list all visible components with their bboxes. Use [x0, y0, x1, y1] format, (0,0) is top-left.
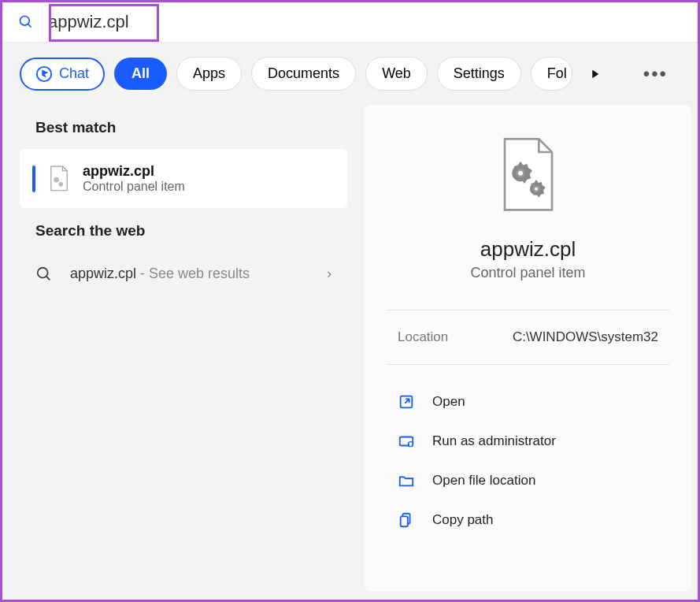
action-open-location-label: Open file location: [432, 473, 535, 489]
web-result-prefix: appwiz.cpl: [70, 266, 136, 281]
cpl-file-icon-large: [497, 136, 560, 215]
svg-line-6: [46, 276, 50, 280]
svg-point-3: [54, 177, 59, 182]
action-run-admin-label: Run as administrator: [432, 433, 556, 449]
filter-documents[interactable]: Documents: [251, 57, 356, 91]
filter-web[interactable]: Web: [365, 57, 428, 91]
action-copy-path-label: Copy path: [432, 512, 494, 528]
actions-list: Open Run as administrator Open file loca…: [387, 365, 669, 540]
search-icon: [35, 266, 53, 283]
search-bar: [2, 2, 698, 43]
result-subtitle: Control panel item: [83, 180, 185, 194]
action-copy-path[interactable]: Copy path: [387, 500, 669, 540]
main-content: Best match appwiz.cpl Control panel item…: [2, 105, 698, 592]
more-options-button[interactable]: •••: [631, 63, 680, 85]
location-row: Location C:\WINDOWS\system32: [387, 310, 669, 364]
filter-chat[interactable]: Chat: [20, 58, 105, 91]
open-icon: [398, 393, 415, 411]
svg-point-0: [20, 17, 30, 26]
preview-title: appwiz.cpl: [387, 237, 669, 262]
result-text: appwiz.cpl Control panel item: [83, 163, 185, 194]
filter-folders[interactable]: Fol: [531, 57, 572, 91]
shield-admin-icon: [398, 433, 415, 450]
location-value: C:\WINDOWS\system32: [513, 329, 658, 345]
preview-subtitle: Control panel item: [387, 265, 669, 281]
location-label: Location: [398, 329, 448, 345]
svg-line-1: [28, 24, 31, 28]
search-icon: [18, 14, 34, 30]
filter-apps[interactable]: Apps: [176, 57, 242, 91]
svg-rect-15: [401, 516, 408, 526]
svg-point-4: [58, 181, 63, 186]
filter-chat-label: Chat: [59, 65, 89, 82]
filter-all-label: All: [131, 65, 150, 82]
copy-icon: [398, 511, 415, 529]
chevron-right-icon: ›: [327, 266, 331, 282]
svg-point-10: [533, 186, 539, 191]
action-run-admin[interactable]: Run as administrator: [387, 422, 669, 461]
filter-documents-label: Documents: [268, 65, 339, 82]
folder-icon: [398, 472, 415, 489]
selection-indicator: [32, 165, 35, 192]
filter-apps-label: Apps: [193, 65, 225, 82]
results-column: Best match appwiz.cpl Control panel item…: [2, 105, 365, 592]
filter-settings-label: Settings: [454, 65, 505, 82]
cpl-file-icon: [48, 165, 70, 192]
action-open-label: Open: [432, 394, 465, 410]
web-result-suffix: - See web results: [136, 266, 250, 281]
filter-web-label: Web: [382, 65, 411, 82]
filter-settings[interactable]: Settings: [437, 57, 521, 91]
svg-point-5: [38, 267, 48, 277]
filter-folders-label: Fol: [547, 65, 567, 82]
web-result[interactable]: appwiz.cpl - See web results ›: [20, 252, 347, 295]
bing-chat-icon: [35, 65, 53, 83]
web-result-text: appwiz.cpl - See web results: [70, 263, 309, 284]
scroll-right-icon[interactable]: [588, 68, 601, 80]
best-match-header: Best match: [20, 105, 347, 149]
search-web-header: Search the web: [20, 208, 347, 252]
action-open-location[interactable]: Open file location: [387, 461, 669, 500]
result-title: appwiz.cpl: [83, 163, 185, 180]
filter-row: Chat All Apps Documents Web Settings Fol…: [2, 43, 698, 105]
action-open[interactable]: Open: [387, 382, 669, 422]
preview-panel: appwiz.cpl Control panel item Location C…: [365, 105, 691, 592]
filter-all[interactable]: All: [114, 58, 167, 90]
best-match-result[interactable]: appwiz.cpl Control panel item: [20, 149, 347, 208]
svg-point-9: [517, 169, 524, 177]
search-input[interactable]: [48, 12, 682, 32]
